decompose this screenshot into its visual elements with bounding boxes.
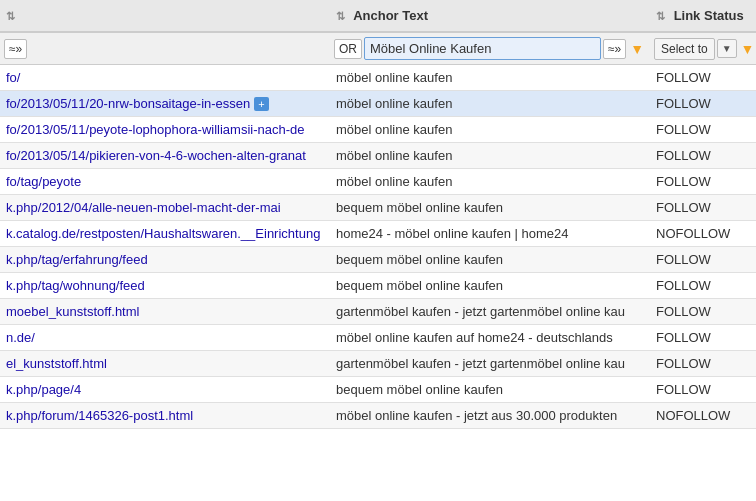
anchor-cell: möbel online kaufen (330, 65, 650, 91)
main-table-container: ⇅ ⇅ Anchor Text ⇅ Link Status ≈» (0, 0, 756, 429)
url-cell[interactable]: el_kunststoff.html (0, 351, 330, 377)
select-to-wrap: Select to ▼ ▼ (654, 38, 752, 60)
status-cell: FOLLOW (650, 273, 756, 299)
table-row: k.php/tag/wohnung/feedbequem möbel onlin… (0, 273, 756, 299)
anchor-match-operator[interactable]: ≈» (603, 39, 626, 59)
url-cell[interactable]: k.php/tag/wohnung/feed (0, 273, 330, 299)
url-sort-icon[interactable]: ⇅ (6, 10, 16, 23)
status-cell: FOLLOW (650, 299, 756, 325)
anchor-cell: bequem möbel online kaufen (330, 195, 650, 221)
select-to-button[interactable]: Select to (654, 38, 715, 60)
table-row: fo/2013/05/14/pikieren-von-4-6-wochen-al… (0, 143, 756, 169)
status-sort-icon[interactable]: ⇅ (656, 10, 666, 23)
status-cell: FOLLOW (650, 377, 756, 403)
url-column-header[interactable]: ⇅ (0, 0, 330, 32)
status-cell: FOLLOW (650, 91, 756, 117)
table-row: n.de/möbel online kaufen auf home24 - de… (0, 325, 756, 351)
filter-row-body: ≈» OR ≈» ▼ Select to ▼ ▼ (0, 32, 756, 65)
anchor-cell: home24 - möbel online kaufen | home24 (330, 221, 650, 247)
anchor-column-label: Anchor Text (353, 8, 428, 23)
table-body: fo/möbel online kaufenFOLLOWfo/2013/05/1… (0, 65, 756, 429)
url-filter-operator[interactable]: ≈» (4, 39, 27, 59)
status-cell: FOLLOW (650, 65, 756, 91)
table-row: fo/möbel online kaufenFOLLOW (0, 65, 756, 91)
status-cell: FOLLOW (650, 117, 756, 143)
status-cell: FOLLOW (650, 247, 756, 273)
filter-row: ≈» OR ≈» ▼ Select to ▼ ▼ (0, 32, 756, 65)
url-cell[interactable]: k.php/2012/04/alle-neuen-mobel-macht-der… (0, 195, 330, 221)
anchor-cell: möbel online kaufen (330, 117, 650, 143)
status-cell: FOLLOW (650, 351, 756, 377)
anchor-cell: möbel online kaufen (330, 91, 650, 117)
anchor-cell: bequem möbel online kaufen (330, 377, 650, 403)
status-cell: NOFOLLOW (650, 221, 756, 247)
url-cell[interactable]: moebel_kunststoff.html (0, 299, 330, 325)
status-cell: FOLLOW (650, 169, 756, 195)
url-cell[interactable]: fo/2013/05/14/pikieren-von-4-6-wochen-al… (0, 143, 330, 169)
table-row: k.php/forum/1465326-post1.htmlmöbel onli… (0, 403, 756, 429)
anchor-filter-funnel-icon[interactable]: ▼ (628, 41, 646, 57)
anchor-cell: möbel online kaufen (330, 143, 650, 169)
url-cell[interactable]: k.php/tag/erfahrung/feed (0, 247, 330, 273)
anchor-column-header[interactable]: ⇅ Anchor Text (330, 0, 650, 32)
anchor-cell: möbel online kaufen - jetzt aus 30.000 p… (330, 403, 650, 429)
anchor-cell: gartenmöbel kaufen - jetzt gartenmöbel o… (330, 299, 650, 325)
add-icon[interactable]: + (254, 97, 268, 111)
anchor-filter-cell: OR ≈» ▼ (330, 32, 650, 65)
status-filter-cell: Select to ▼ ▼ (650, 32, 756, 65)
anchor-cell: bequem möbel online kaufen (330, 247, 650, 273)
table-row: moebel_kunststoff.htmlgartenmöbel kaufen… (0, 299, 756, 325)
anchor-filter-wrap: OR ≈» ▼ (334, 37, 646, 60)
table-row: fo/tag/peyotemöbel online kaufenFOLLOW (0, 169, 756, 195)
anchor-filter-operator[interactable]: OR (334, 39, 362, 59)
url-cell[interactable]: k.php/forum/1465326-post1.html (0, 403, 330, 429)
table-row: k.php/page/4bequem möbel online kaufenFO… (0, 377, 756, 403)
status-cell: FOLLOW (650, 195, 756, 221)
anchor-cell: gartenmöbel kaufen - jetzt gartenmöbel o… (330, 351, 650, 377)
anchor-cell: möbel online kaufen (330, 169, 650, 195)
table-row: k.php/tag/erfahrung/feedbequem möbel onl… (0, 247, 756, 273)
url-cell[interactable]: k.php/page/4 (0, 377, 330, 403)
status-column-header[interactable]: ⇅ Link Status (650, 0, 756, 32)
url-filter-wrap: ≈» (4, 39, 326, 59)
anchor-cell: bequem möbel online kaufen (330, 273, 650, 299)
url-cell[interactable]: fo/tag/peyote (0, 169, 330, 195)
url-cell[interactable]: fo/2013/05/11/peyote-lophophora-williams… (0, 117, 330, 143)
anchor-sort-icon[interactable]: ⇅ (336, 10, 346, 23)
table-row: fo/2013/05/11/peyote-lophophora-williams… (0, 117, 756, 143)
table-row: k.php/2012/04/alle-neuen-mobel-macht-der… (0, 195, 756, 221)
url-cell[interactable]: n.de/ (0, 325, 330, 351)
anchor-cell: möbel online kaufen auf home24 - deutsch… (330, 325, 650, 351)
status-cell: FOLLOW (650, 143, 756, 169)
table-header: ⇅ ⇅ Anchor Text ⇅ Link Status (0, 0, 756, 32)
url-filter-cell: ≈» (0, 32, 330, 65)
select-to-dropdown[interactable]: ▼ (717, 39, 737, 58)
status-column-label: Link Status (674, 8, 744, 23)
data-table: ⇅ ⇅ Anchor Text ⇅ Link Status ≈» (0, 0, 756, 429)
status-cell: FOLLOW (650, 325, 756, 351)
status-cell: NOFOLLOW (650, 403, 756, 429)
url-cell[interactable]: k.catalog.de/restposten/Haushaltswaren._… (0, 221, 330, 247)
url-cell[interactable]: fo/ (0, 65, 330, 91)
status-filter-funnel-icon[interactable]: ▼ (739, 41, 756, 57)
table-row: el_kunststoff.htmlgartenmöbel kaufen - j… (0, 351, 756, 377)
url-cell[interactable]: fo/2013/05/11/20-nrw-bonsaitage-in-essen… (0, 91, 330, 117)
anchor-filter-input[interactable] (364, 37, 601, 60)
table-row: fo/2013/05/11/20-nrw-bonsaitage-in-essen… (0, 91, 756, 117)
table-row: k.catalog.de/restposten/Haushaltswaren._… (0, 221, 756, 247)
